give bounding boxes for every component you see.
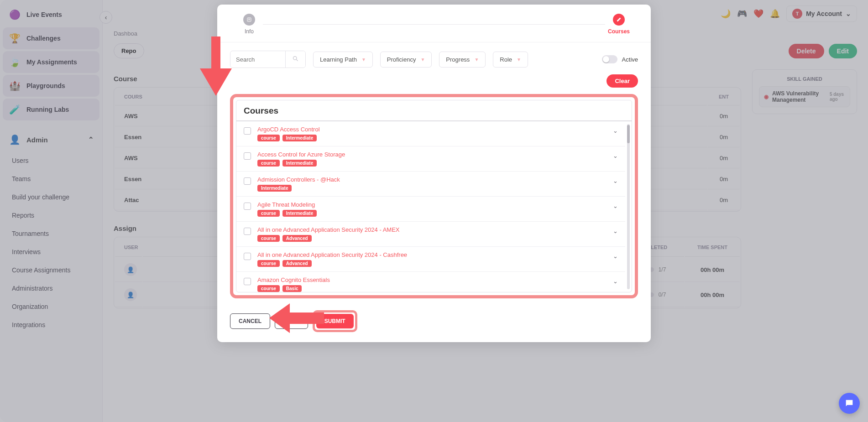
active-label: Active [622, 56, 638, 63]
svg-line-4 [296, 59, 298, 61]
cancel-button[interactable]: CANCEL [230, 313, 270, 329]
course-tag: course [257, 135, 280, 141]
step-info-circle-icon [243, 14, 255, 26]
callout-arrow-right-icon [269, 303, 324, 333]
course-checkbox[interactable] [244, 177, 251, 185]
search-icon [292, 55, 299, 62]
course-checkbox[interactable] [244, 203, 251, 210]
course-tag: course [257, 235, 280, 242]
expand-button[interactable]: ⌄ [613, 177, 618, 184]
expand-button[interactable]: ⌄ [613, 228, 618, 234]
courses-highlight-box: Courses ArgoCD Access ControlcourseInter… [230, 94, 638, 298]
clear-button[interactable]: Clear [607, 74, 638, 88]
expand-button[interactable]: ⌄ [613, 253, 618, 260]
course-name[interactable]: Admission Controllers - @Hack [257, 176, 607, 183]
search-input-wrap [230, 51, 306, 68]
course-row: Agile Threat ModelingcourseIntermediate⌄ [236, 197, 625, 222]
step-courses-circle-icon [613, 14, 625, 26]
course-tag: Advanced [282, 235, 312, 242]
expand-button[interactable]: ⌄ [613, 152, 618, 159]
chat-icon [844, 398, 854, 408]
course-name[interactable]: ArgoCD Access Control [257, 126, 607, 133]
course-checkbox[interactable] [244, 228, 251, 235]
filter-role[interactable]: Role▼ [493, 52, 528, 68]
callout-arrow-down-icon [200, 36, 232, 96]
course-checkbox[interactable] [244, 253, 251, 260]
expand-button[interactable]: ⌄ [613, 127, 618, 134]
step-courses-label: Courses [608, 28, 630, 35]
modal-dialog: Info Courses Learning Path▼ Proficiency▼… [217, 5, 651, 342]
course-name[interactable]: Amazon Cognito Essentials [257, 276, 607, 283]
caret-down-icon: ▼ [474, 57, 479, 62]
course-row: All in one Advanced Application Security… [236, 247, 625, 272]
course-row: ArgoCD Access ControlcourseIntermediate⌄ [236, 121, 625, 146]
course-scrollbar[interactable] [627, 124, 630, 289]
active-toggle[interactable] [602, 55, 617, 63]
caret-down-icon: ▼ [420, 57, 425, 62]
course-tag: Intermediate [282, 210, 317, 217]
expand-button[interactable]: ⌄ [613, 203, 618, 209]
course-checkbox[interactable] [244, 278, 251, 285]
expand-button[interactable]: ⌄ [613, 278, 618, 285]
stepper: Info Courses [217, 5, 651, 42]
filter-row: Learning Path▼ Proficiency▼ Progress▼ Ro… [230, 51, 638, 68]
course-tag: Intermediate [257, 185, 292, 192]
course-checkbox[interactable] [244, 127, 251, 135]
course-name[interactable]: All in one Advanced Application Security… [257, 226, 607, 233]
courses-title: Courses [236, 100, 632, 121]
course-tag: course [257, 160, 280, 167]
filter-progress[interactable]: Progress▼ [439, 52, 486, 68]
course-tag: Intermediate [282, 160, 317, 167]
course-list[interactable]: ArgoCD Access ControlcourseIntermediate⌄… [236, 121, 625, 292]
course-tag: Advanced [282, 260, 312, 267]
course-row: Amazon Cognito EssentialscourseBasic⌄ [236, 272, 625, 292]
course-row: Access Control for Azure StoragecourseIn… [236, 146, 625, 172]
caret-down-icon: ▼ [517, 57, 521, 62]
step-info[interactable]: Info [235, 14, 263, 35]
caret-down-icon: ▼ [361, 57, 366, 62]
course-tag: Intermediate [282, 135, 317, 141]
step-info-label: Info [245, 28, 254, 35]
course-tag: Basic [282, 285, 302, 292]
course-checkbox[interactable] [244, 152, 251, 160]
step-line [263, 24, 605, 25]
course-row: Admission Controllers - @HackIntermediat… [236, 172, 625, 197]
course-row: All in one Advanced Application Security… [236, 222, 625, 247]
course-tag: course [257, 285, 280, 292]
course-name[interactable]: All in one Advanced Application Security… [257, 251, 607, 258]
search-input[interactable] [230, 52, 285, 67]
course-tag: course [257, 210, 280, 217]
svg-point-3 [293, 57, 297, 60]
search-button[interactable] [285, 51, 305, 68]
chat-fab[interactable] [839, 393, 860, 414]
course-name[interactable]: Access Control for Azure Storage [257, 151, 607, 158]
step-courses[interactable]: Courses [605, 14, 633, 35]
course-tag: course [257, 260, 280, 267]
filter-learning-path[interactable]: Learning Path▼ [313, 52, 373, 68]
filter-proficiency[interactable]: Proficiency▼ [380, 52, 432, 68]
course-name[interactable]: Agile Threat Modeling [257, 201, 607, 208]
